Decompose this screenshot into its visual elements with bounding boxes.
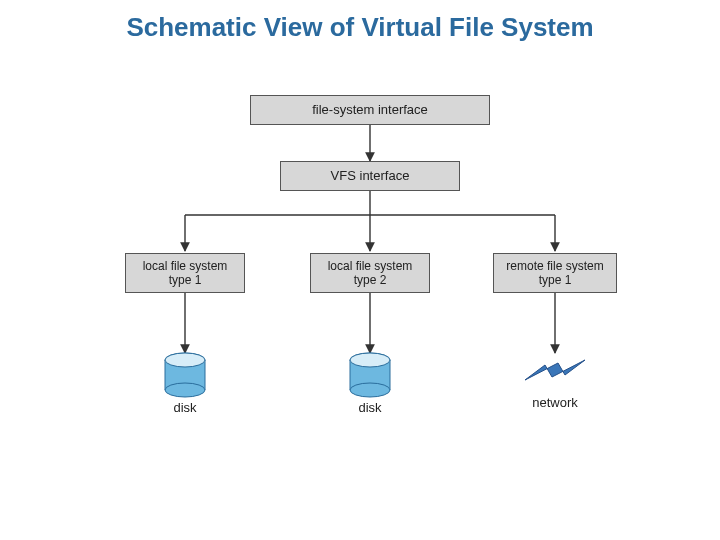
node-label: local file system type 1 xyxy=(143,259,228,288)
network-label: network xyxy=(525,395,585,410)
disk-label: disk xyxy=(165,400,205,415)
node-remote-fs-1: remote file system type 1 xyxy=(493,253,617,293)
node-label: remote file system type 1 xyxy=(506,259,603,288)
vfs-diagram: file-system interface VFS interface loca… xyxy=(120,95,620,495)
svg-point-14 xyxy=(165,353,205,367)
network-icon xyxy=(525,360,585,380)
page-title: Schematic View of Virtual File System xyxy=(0,12,720,43)
disk-icon xyxy=(165,353,205,397)
svg-point-13 xyxy=(165,383,205,397)
svg-point-20 xyxy=(350,353,390,367)
svg-point-19 xyxy=(350,383,390,397)
node-label: local file system type 2 xyxy=(328,259,413,288)
disk-icon xyxy=(350,353,390,397)
node-fs-interface: file-system interface xyxy=(250,95,490,125)
disk-label: disk xyxy=(350,400,390,415)
connector-lines xyxy=(120,95,620,495)
node-vfs-interface: VFS interface xyxy=(280,161,460,191)
node-local-fs-1: local file system type 1 xyxy=(125,253,245,293)
node-label: VFS interface xyxy=(331,168,410,184)
node-local-fs-2: local file system type 2 xyxy=(310,253,430,293)
node-label: file-system interface xyxy=(312,102,428,118)
